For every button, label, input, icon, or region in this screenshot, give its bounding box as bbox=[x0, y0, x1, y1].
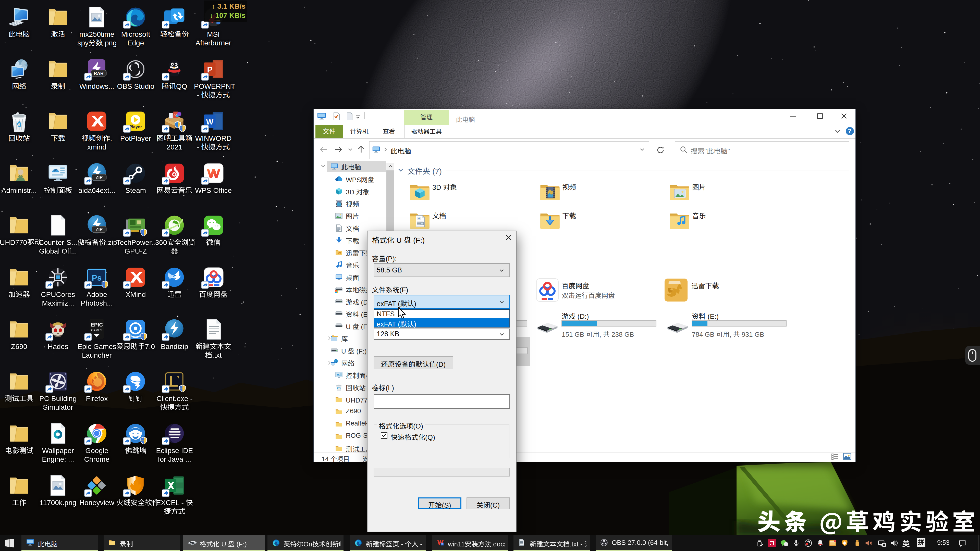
svg-text:RAR: RAR bbox=[94, 71, 104, 76]
svg-text:EPIC: EPIC bbox=[91, 322, 103, 327]
svg-text:Ps: Ps bbox=[92, 273, 102, 283]
svg-text:Player: Player bbox=[129, 124, 142, 129]
svg-text:ZIP: ZIP bbox=[96, 227, 103, 232]
svg-text:A: A bbox=[418, 217, 420, 220]
svg-text:GAMES: GAMES bbox=[91, 329, 102, 332]
svg-text:ZIP: ZIP bbox=[96, 175, 103, 180]
